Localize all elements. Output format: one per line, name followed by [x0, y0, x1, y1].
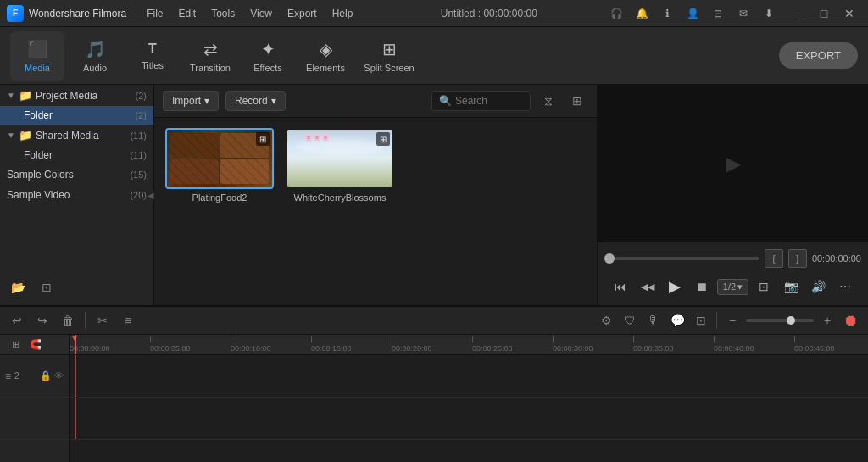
notification-icon[interactable]: 🔔: [631, 3, 653, 25]
user-icon[interactable]: 👤: [682, 3, 704, 25]
import-dropdown[interactable]: Import ▾: [163, 91, 219, 111]
folder-1-label: Folder: [24, 109, 132, 121]
delete-button[interactable]: 🗑: [58, 310, 78, 331]
export-button[interactable]: EXPORT: [779, 42, 858, 69]
grid-view-button[interactable]: ⊞: [566, 90, 588, 112]
project-media-count: (2): [136, 91, 147, 101]
ruler-mark-2: 00:00:10:00: [231, 336, 311, 354]
toolbar-audio[interactable]: 🎵 Audio: [68, 31, 122, 81]
adjust-button[interactable]: ≡: [118, 310, 138, 331]
volume-button[interactable]: 🔊: [806, 275, 830, 298]
titles-icon: T: [148, 42, 157, 57]
redo-button[interactable]: ↪: [32, 310, 53, 331]
effects-label: Effects: [253, 63, 281, 73]
more-button[interactable]: ⋯: [833, 275, 857, 298]
zoom-in-button[interactable]: +: [817, 310, 837, 331]
add-folder-button[interactable]: ⊡: [36, 276, 58, 298]
speed-selector[interactable]: 1/2 ▾: [717, 279, 748, 295]
out-point-button[interactable]: }: [788, 249, 807, 268]
playhead[interactable]: [75, 335, 76, 354]
snap-button[interactable]: 🧲: [25, 335, 46, 355]
sample-colors-count: (15): [130, 170, 147, 180]
track-row-1: [70, 355, 868, 398]
ruler-mark-4: 00:00:20:00: [392, 336, 472, 354]
info-icon[interactable]: ℹ: [656, 3, 678, 25]
zoom-track[interactable]: [746, 319, 814, 322]
main-toolbar: ⬛ Media 🎵 Audio T Titles ⇄ Transition ✦ …: [0, 27, 868, 85]
tree-shared-media[interactable]: ▼ 📁 Shared Media (11): [0, 125, 153, 146]
close-button[interactable]: ✕: [837, 4, 861, 23]
menu-edit[interactable]: Edit: [172, 4, 203, 23]
chat-button[interactable]: 💬: [667, 310, 687, 331]
settings-button[interactable]: ⚙: [596, 310, 616, 331]
toolbar-elements[interactable]: ◈ Elements: [298, 31, 353, 81]
toolbar-splitscreen[interactable]: ⊞ Split Screen: [356, 31, 422, 81]
tree-sample-colors[interactable]: Sample Colors (15): [0, 164, 153, 185]
menu-file[interactable]: File: [140, 4, 170, 23]
track-number: 2: [14, 371, 19, 381]
record-button[interactable]: ⏺: [841, 310, 861, 331]
eye-icon[interactable]: 👁: [54, 370, 64, 381]
media-item-cherry[interactable]: 🌸🌸🌸 ⊞ WhiteCherryBlossoms: [285, 128, 395, 203]
support-icon[interactable]: 🎧: [605, 3, 627, 25]
tree-project-media[interactable]: ▼ 📁 Project Media (2): [0, 85, 153, 106]
menu-help[interactable]: Help: [326, 4, 360, 23]
add-track-button[interactable]: ⊞: [5, 335, 25, 355]
media-item-food[interactable]: ⊞ PlatingFood2: [164, 128, 275, 203]
timeline-toolbar: ↩ ↪ 🗑 ✂ ≡ ⚙ 🛡 🎙 💬 ⊡ − + ⏺: [0, 307, 868, 335]
tree-folder-2[interactable]: Folder (11): [0, 146, 153, 164]
search-input[interactable]: [455, 95, 523, 107]
menu-tools[interactable]: Tools: [204, 4, 242, 23]
fullscreen-button[interactable]: ⊡: [752, 275, 776, 298]
import-chevron: ▾: [204, 95, 209, 107]
time-ruler: 00:00:00:00 00:00:05:00 00:00:10:00 00:0…: [70, 335, 868, 355]
in-point-button[interactable]: {: [765, 249, 783, 268]
titlebar: F Wondershare Filmora File Edit Tools Vi…: [0, 0, 868, 27]
tree-sample-video[interactable]: Sample Video (20): [0, 185, 153, 205]
toolbar-titles[interactable]: T Titles: [125, 31, 180, 81]
media-label: Media: [25, 63, 50, 73]
menu-bar: File Edit Tools View Export Help: [140, 4, 372, 23]
ruler-mark-1: 00:00:05:00: [150, 336, 231, 354]
separator-2: [716, 312, 717, 329]
record-dropdown[interactable]: Record ▾: [225, 91, 286, 111]
snapshot-button[interactable]: 📷: [779, 275, 803, 298]
minimize-button[interactable]: −: [787, 4, 810, 23]
time-display: 00:00:00:00: [812, 253, 861, 264]
toolbar-effects[interactable]: ✦ Effects: [241, 31, 295, 81]
play-button[interactable]: ▶: [663, 275, 687, 298]
track-type-icon: ≡: [5, 370, 11, 382]
new-folder-button[interactable]: 📂: [7, 276, 29, 298]
filter-button[interactable]: ⧖: [537, 90, 559, 112]
expand-arrow-2: ▼: [7, 131, 15, 140]
track-labels: ⊞ 🧲 ≡ 2 🔒 👁: [0, 335, 70, 462]
mail-icon[interactable]: ✉: [732, 3, 754, 25]
maximize-button[interactable]: □: [812, 4, 836, 23]
step-back-button[interactable]: ⏮: [609, 275, 632, 298]
resize-handle[interactable]: [148, 85, 153, 305]
logo-area: F Wondershare Filmora: [7, 5, 126, 22]
tree-folder-1[interactable]: Folder (2): [0, 106, 153, 125]
toolbar-transition[interactable]: ⇄ Transition: [183, 31, 237, 81]
lock-icon[interactable]: 🔒: [40, 370, 52, 381]
download-icon[interactable]: ⬇: [758, 3, 780, 25]
thumb-corner-cherry: ⊞: [376, 132, 390, 146]
toolbar-media[interactable]: ⬛ Media: [10, 31, 64, 81]
track-playhead-1: [75, 355, 76, 397]
undo-button[interactable]: ↩: [7, 310, 27, 331]
ruler-mark-6: 00:00:30:00: [553, 336, 633, 354]
pip-button[interactable]: ⊡: [691, 310, 711, 331]
transition-label: Transition: [190, 63, 231, 73]
bookmark-icon[interactable]: ⊟: [707, 3, 729, 25]
menu-view[interactable]: View: [243, 4, 279, 23]
elements-label: Elements: [306, 63, 345, 73]
menu-export[interactable]: Export: [281, 4, 324, 23]
progress-track[interactable]: [604, 257, 760, 260]
media-toolbar: Import ▾ Record ▾ 🔍 ⧖ ⊞: [154, 85, 597, 118]
shield-button[interactable]: 🛡: [620, 310, 640, 331]
frame-back-button[interactable]: ◀◀: [636, 275, 659, 298]
zoom-out-button[interactable]: −: [722, 310, 743, 331]
mic-button[interactable]: 🎙: [643, 310, 664, 331]
stop-button[interactable]: ⏹: [690, 275, 714, 298]
cut-button[interactable]: ✂: [92, 310, 113, 331]
